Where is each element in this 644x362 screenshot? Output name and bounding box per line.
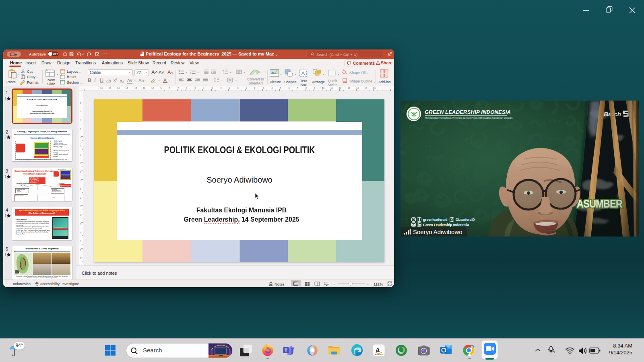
- svg-text:a: a: [376, 346, 380, 353]
- svg-text:A: A: [301, 70, 305, 76]
- svg-text:2: 2: [190, 72, 191, 74]
- svg-text:1: 1: [190, 70, 191, 72]
